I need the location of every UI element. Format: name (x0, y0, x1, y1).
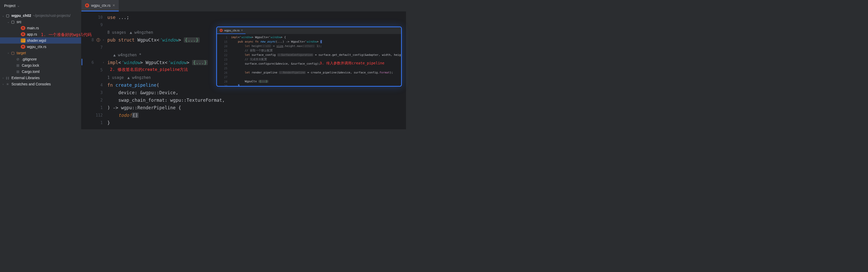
popup-gutter: 1 15 20 21 22 23 24 25 26 27 28 29 (217, 35, 230, 87)
line-number: 3 (82, 89, 107, 96)
chevron-down-icon: ⌄ (1, 14, 5, 17)
line-number: 4 (82, 81, 107, 89)
scratches-label: Scratches and Consoles (11, 82, 51, 86)
popup-line: WgpuCtx {...} (231, 79, 402, 84)
file-label: wgpu_ctx.rs (27, 45, 46, 49)
popup-line: let render_pipeline : RenderPipeline = c… (231, 70, 402, 75)
code-line[interactable]: todo!() (107, 111, 225, 119)
popup-line: pub async fn new_async(...) -> WgpuCtx<'… (231, 39, 402, 44)
close-tab-icon[interactable]: × (113, 3, 115, 8)
file-label: Cargo.lock (22, 63, 39, 67)
annotation-1: 1. 一个准备好的wgsl代码 (41, 32, 92, 38)
file-label: Cargo.toml (22, 70, 39, 74)
usage-hint[interactable]: 1 usage▲ w4ngzhen (107, 74, 225, 81)
line-number: 10 (82, 13, 107, 21)
popup-line: let surface_config : SurfaceConfiguratio… (231, 53, 402, 57)
scratch-icon: ≡ (5, 82, 10, 86)
annotation-3: 3. 传入参数并调用create_pipeline (320, 61, 384, 66)
project-tree-sidebar: ⌄ ▢ wgpu_ch02 ~/projects/rust-projects/ … (0, 11, 82, 129)
tab-filename: wgpu_ctx.rs (91, 3, 111, 7)
line-number: 112 (82, 111, 107, 119)
code-line[interactable] (107, 44, 225, 51)
code-line[interactable]: } (107, 119, 225, 127)
folder-excluded-icon: ▢ (10, 51, 15, 55)
chevron-down-icon: ⌄ (6, 21, 10, 23)
rust-file-icon: R (21, 32, 25, 36)
tree-file-gitignore[interactable]: ⊘ .gitignore (0, 56, 81, 62)
impl-nav-icon[interactable]: I (96, 38, 100, 42)
folder-label: src (17, 20, 22, 24)
file-label: app.rs (27, 32, 37, 36)
project-root-name: wgpu_ch02 (11, 13, 31, 18)
folder-icon: ▢ (10, 20, 15, 24)
popup-tab-filename: wgpu_ctx.rs (224, 29, 240, 32)
popup-line: // 获取一个默认配置 (231, 48, 402, 53)
popup-line: let height: u32 = size.height.max(other:… (231, 44, 402, 48)
file-label: .gitignore (22, 57, 37, 61)
tree-root-project[interactable]: ⌄ ▢ wgpu_ch02 ~/projects/rust-projects/ (0, 12, 81, 19)
editor-gutter: 10 9 8 I › 7 6 › 5 4 3 2 (82, 11, 107, 127)
rust-file-icon: R (21, 45, 25, 49)
project-tool-window-header[interactable]: Project ⌄ (0, 4, 24, 8)
author-hint[interactable]: x▲ w4ngzhen * (107, 51, 225, 59)
line-number: 9 (82, 21, 107, 29)
chevron-right-icon: › (1, 77, 5, 79)
line-number: 5 (82, 66, 107, 74)
chevron-right-icon: › (1, 83, 5, 86)
fold-icon[interactable]: › (103, 61, 106, 64)
definition-popup: R wgpu_ctx.rs × 1 15 20 21 22 23 24 25 (216, 26, 402, 87)
code-line[interactable]: device: &wgpu::Device, (107, 89, 225, 96)
tree-scratches[interactable]: › ≡ Scratches and Consoles (0, 81, 81, 87)
line-number: 2 (82, 96, 107, 104)
annotation-2: 2. 修改签名后的create_pipeline方法 (110, 67, 188, 73)
chevron-right-icon: › (6, 52, 10, 55)
tree-external-libraries[interactable]: › ⫿⫿ External Libraries (0, 75, 81, 81)
popup-tab[interactable]: R wgpu_ctx.rs × (217, 27, 246, 34)
folder-label: target (17, 51, 26, 55)
code-line[interactable]: fn create_pipeline( (107, 81, 225, 89)
popup-line: impl<'window> WgpuCtx<'window> { (231, 35, 402, 39)
line-number: 1 (82, 119, 107, 127)
code-line[interactable] (107, 21, 225, 29)
tree-file-cargo-toml[interactable]: ⊞ Cargo.toml (0, 69, 81, 75)
project-root-path: ~/projects/rust-projects/ (33, 13, 70, 18)
line-number: 6 › (82, 59, 107, 66)
tree-file-shader[interactable]: shader.wgsl (0, 37, 81, 44)
fold-icon[interactable]: › (103, 38, 106, 41)
ignore-file-icon: ⊘ (16, 57, 20, 61)
library-icon: ⫿⫿ (5, 76, 10, 80)
external-libs-label: External Libraries (11, 76, 40, 80)
file-label: main.rs (27, 26, 39, 30)
usage-hint[interactable]: 8 usages▲ w4ngzhen (107, 29, 225, 36)
tree-folder-target[interactable]: › ▢ target (0, 50, 81, 56)
code-editor[interactable]: 10 9 8 I › 7 6 › 5 4 3 2 (82, 11, 406, 129)
file-label: shader.wgsl (27, 38, 46, 43)
chevron-down-icon: ⌄ (17, 4, 20, 7)
popup-line: } (231, 84, 402, 87)
tree-file-cargo-lock[interactable]: ⊞ Cargo.lock (0, 62, 81, 69)
line-number: 1 (82, 104, 107, 111)
line-number (82, 51, 107, 59)
code-line[interactable]: impl<'window> WgpuCtx<'window> {...} (107, 59, 225, 66)
code-line[interactable]: use ...; (107, 13, 225, 21)
tree-folder-src[interactable]: ⌄ ▢ src (0, 19, 81, 25)
rust-file-icon: R (220, 29, 223, 32)
popup-line (231, 75, 402, 79)
cargo-toml-icon: ⊞ (16, 70, 20, 74)
close-icon[interactable]: × (241, 29, 243, 32)
rust-file-icon: R (21, 26, 25, 30)
code-line[interactable]: pub struct WgpuCtx<'window> {...} (107, 36, 225, 44)
cargo-lock-icon: ⊞ (16, 63, 20, 67)
code-line[interactable]: swap_chain_format: wgpu::TextureFormat, (107, 96, 225, 104)
project-label: Project (4, 4, 16, 8)
tree-file-main[interactable]: R main.rs (0, 25, 81, 31)
code-line[interactable]: ) -> wgpu::RenderPipeline { (107, 104, 225, 111)
wgsl-file-icon (21, 38, 25, 43)
line-number: 7 (82, 44, 107, 51)
popup-line (231, 66, 402, 70)
tree-file-wgpu-ctx[interactable]: R wgpu_ctx.rs (0, 44, 81, 50)
rust-file-icon: R (85, 3, 89, 7)
folder-icon: ▢ (5, 13, 10, 18)
editor-tab-wgpu-ctx[interactable]: R wgpu_ctx.rs × (82, 0, 119, 11)
line-number (82, 74, 107, 81)
